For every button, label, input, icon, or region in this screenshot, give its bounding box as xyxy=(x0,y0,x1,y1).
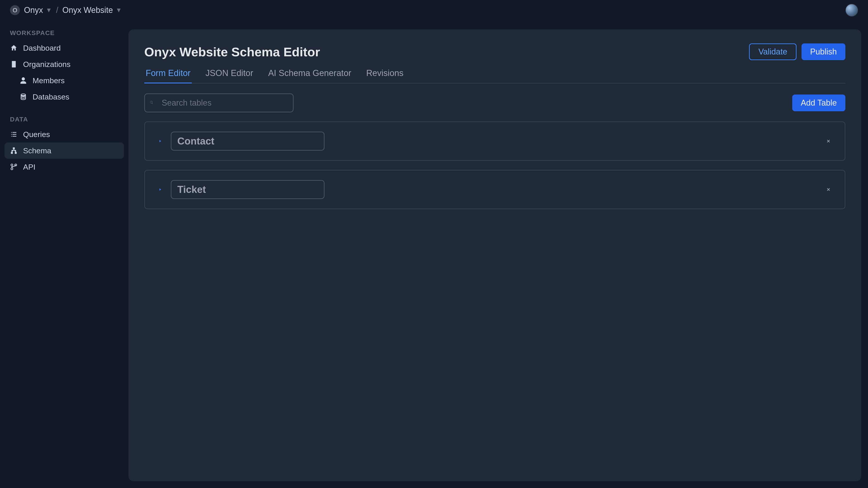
caret-down-icon: ▼ xyxy=(116,6,122,14)
main-panel: Onyx Website Schema Editor Validate Publ… xyxy=(128,29,861,481)
search-icon xyxy=(150,101,153,105)
org-avatar[interactable]: O xyxy=(10,5,20,15)
breadcrumb-separator: / xyxy=(56,5,58,15)
sidebar-item-organizations[interactable]: Organizations xyxy=(4,56,124,72)
remove-table-button[interactable] xyxy=(824,185,833,194)
caret-down-icon: ▼ xyxy=(46,6,52,14)
sidebar-item-schema[interactable]: Schema xyxy=(4,143,124,159)
sidebar-item-label: API xyxy=(23,162,35,172)
table-name-input[interactable] xyxy=(171,180,324,199)
breadcrumb-org-label: Onyx xyxy=(24,5,43,15)
sidebar-item-dashboard[interactable]: Dashboard xyxy=(4,40,124,56)
branch-icon xyxy=(10,163,18,171)
tab-revisions[interactable]: Revisions xyxy=(365,68,405,84)
expand-table-button[interactable] xyxy=(156,137,164,145)
sidebar-item-databases[interactable]: Databases xyxy=(4,89,124,105)
validate-button[interactable]: Validate xyxy=(749,43,796,60)
breadcrumb-project[interactable]: Onyx Website ▼ xyxy=(62,5,122,15)
page-title: Onyx Website Schema Editor xyxy=(144,44,320,59)
sidebar-section-data: DATA xyxy=(4,116,124,126)
table-name-input[interactable] xyxy=(171,132,324,151)
tabs: Form Editor JSON Editor AI Schema Genera… xyxy=(144,68,845,84)
user-icon xyxy=(20,77,27,84)
sidebar-item-label: Schema xyxy=(23,146,51,155)
sidebar: WORKSPACE Dashboard Organizations xyxy=(0,20,128,488)
sidebar-item-label: Organizations xyxy=(23,60,70,69)
home-icon xyxy=(10,44,18,52)
breadcrumb-org[interactable]: Onyx ▼ xyxy=(24,5,52,15)
sidebar-item-label: Queries xyxy=(23,130,50,139)
tab-ai-schema-generator[interactable]: AI Schema Generator xyxy=(267,68,353,84)
building-icon xyxy=(10,60,18,68)
table-row xyxy=(144,170,845,209)
tab-form-editor[interactable]: Form Editor xyxy=(144,68,192,84)
tab-json-editor[interactable]: JSON Editor xyxy=(204,68,254,84)
user-avatar[interactable] xyxy=(845,4,858,17)
table-list xyxy=(144,121,845,209)
add-table-button[interactable]: Add Table xyxy=(792,94,845,111)
breadcrumb-project-label: Onyx Website xyxy=(62,5,113,15)
remove-table-button[interactable] xyxy=(824,136,833,146)
sitemap-icon xyxy=(10,147,18,154)
chevron-right-icon xyxy=(158,188,162,191)
publish-button[interactable]: Publish xyxy=(802,43,845,60)
table-row xyxy=(144,121,845,161)
sidebar-section-workspace: WORKSPACE xyxy=(4,29,124,40)
sidebar-item-members[interactable]: Members xyxy=(4,72,124,89)
expand-table-button[interactable] xyxy=(156,186,164,193)
close-icon xyxy=(827,188,830,191)
search-tables-input[interactable] xyxy=(144,93,293,112)
database-icon xyxy=(20,93,27,101)
sidebar-item-queries[interactable]: Queries xyxy=(4,126,124,143)
sidebar-item-api[interactable]: API xyxy=(4,159,124,175)
list-icon xyxy=(10,130,18,138)
sidebar-item-label: Members xyxy=(33,76,65,85)
breadcrumb: O Onyx ▼ / Onyx Website ▼ xyxy=(10,5,122,15)
chevron-right-icon xyxy=(158,139,162,143)
sidebar-item-label: Databases xyxy=(33,92,69,101)
close-icon xyxy=(827,139,830,143)
sidebar-item-label: Dashboard xyxy=(23,44,61,53)
